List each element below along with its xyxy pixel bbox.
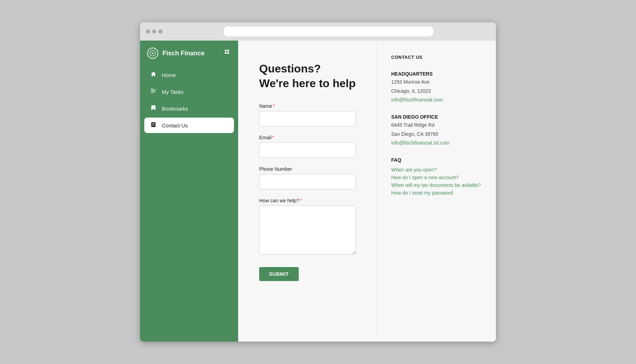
svg-point-13 [151,124,152,125]
name-input[interactable] [259,111,356,126]
main-content: Questions? We're here to help Name* Emai… [238,41,377,342]
headquarters-address-line2: Chicago, IL 12023 [391,87,482,95]
panel-title: CONTACT US [391,55,482,60]
svg-rect-12 [152,125,154,125]
faq-link-2[interactable]: When will my tax documents be avilable? [391,182,482,188]
contact-form: Name* Email* Phone Number [259,103,356,281]
san-diego-name: SAN DIEGO OFFICE [391,114,482,120]
name-label: Name* [259,103,356,109]
sidebar-item-home-label: Home [162,72,176,78]
sidebar-item-home[interactable]: Home [144,67,234,83]
help-required-star: * [300,198,302,203]
san-diego-address-line2: San Diego, CA 39765 [391,130,482,138]
faq-section: FAQ When are you open? How do I open a n… [391,157,482,196]
address-bar[interactable] [223,27,434,36]
san-diego-address-line1: 6445 Trail Ridge Rd [391,121,482,129]
san-diego-section: SAN DIEGO OFFICE 6445 Trail Ridge Rd San… [391,114,482,146]
svg-rect-10 [152,123,155,124]
email-required-star: * [272,135,274,140]
heading-line2: We're here to help [259,76,356,91]
email-form-group: Email* [259,135,356,158]
sidebar-item-bookmarks-label: Bookmarks [162,106,188,112]
email-label: Email* [259,135,356,140]
svg-rect-4 [227,52,229,54]
sidebar-logo: Fisch Finance [140,41,238,67]
browser-window: Fisch Finance [140,22,496,342]
email-input[interactable] [259,142,356,158]
page-heading: Questions? We're here to help [259,62,356,91]
sidebar-item-contact-label: Contact Us [162,122,188,128]
svg-rect-7 [151,92,154,93]
headquarters-section: HEADQUARTERS 1293 Munroe Ave Chicago, IL… [391,71,482,103]
contact-icon [150,122,157,129]
sidebar-item-bookmarks[interactable]: Bookmarks [144,101,234,116]
sidebar-item-contact-us[interactable]: Contact Us [144,118,234,133]
headquarters-address-line1: 1293 Munroe Ave [391,78,482,86]
headquarters-name: HEADQUARTERS [391,71,482,77]
contact-us-section: CONTACT US [391,55,482,60]
phone-form-group: Phone Number [259,166,356,189]
san-diego-email[interactable]: info@fischfinancial.sd.com [391,140,449,146]
svg-rect-2 [227,50,229,51]
svg-rect-3 [225,52,227,54]
browser-chrome [140,22,496,41]
sidebar: Fisch Finance [140,41,238,342]
dot-green [158,29,163,34]
dot-red [146,29,150,34]
app-container: Fisch Finance [140,41,496,342]
logo-text: Fisch Finance [163,50,205,57]
faq-link-0[interactable]: When are you open? [391,167,482,173]
phone-label: Phone Number [259,166,356,172]
sidebar-item-my-tasks[interactable]: My Tasks [144,84,234,99]
submit-button[interactable]: SUBMIT [259,267,299,281]
help-textarea[interactable] [259,205,356,254]
grid-icon[interactable] [224,49,231,58]
help-form-group: How can we help?* [259,198,356,256]
sidebar-item-tasks-label: My Tasks [162,89,184,95]
bookmarks-icon [150,105,157,112]
home-icon [150,71,157,78]
heading-line1: Questions? [259,62,356,76]
faq-title: FAQ [391,157,482,163]
help-label: How can we help?* [259,198,356,203]
browser-dots [146,29,163,34]
right-panel: CONTACT US HEADQUARTERS 1293 Munroe Ave … [377,41,496,342]
phone-input[interactable] [259,174,356,189]
svg-rect-5 [151,90,156,90]
faq-link-3[interactable]: How do I reset my password [391,190,482,196]
name-required-star: * [273,103,275,109]
svg-rect-1 [225,50,227,51]
svg-rect-8 [151,89,153,89]
headquarters-email[interactable]: info@fischfinancial.com [391,97,443,103]
name-form-group: Name* [259,103,356,126]
tasks-icon [150,88,157,95]
dot-yellow [152,29,156,34]
sidebar-nav: Home My Tasks [140,67,238,133]
faq-link-1[interactable]: How do I open a new account? [391,175,482,180]
svg-rect-6 [151,91,156,92]
logo-icon [147,48,158,59]
svg-rect-11 [152,124,154,125]
